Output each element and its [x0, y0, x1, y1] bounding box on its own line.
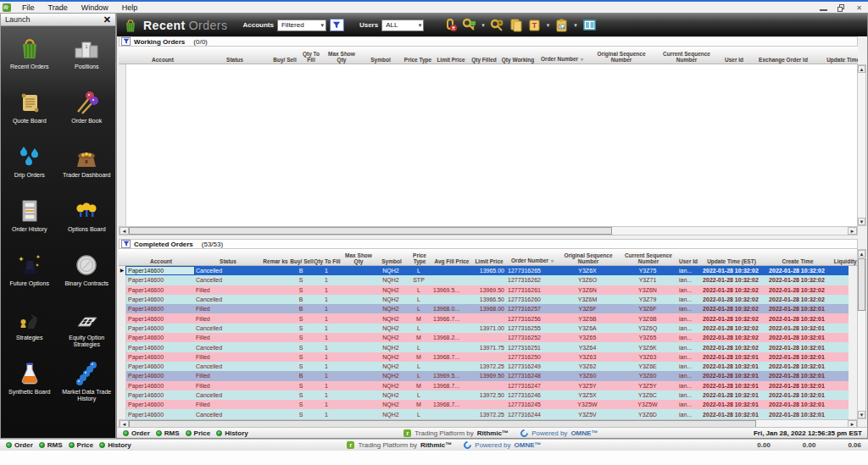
order-row[interactable]: Paper146600FilledS1NQH2M13966.7...127731… [119, 313, 849, 323]
scroll-left-arrow[interactable]: ◄ [120, 227, 129, 235]
column-header-create-time[interactable]: Create Time [765, 249, 831, 265]
column-header-price-type[interactable]: Price Type [402, 47, 434, 64]
green-dot-icon [123, 430, 129, 436]
cancel-order-icon[interactable] [442, 17, 459, 33]
column-header-buy-sell[interactable]: Buy/ Sell [271, 47, 298, 64]
order-row[interactable]: Paper146600FilledS1NQH2M13968.7...127731… [119, 400, 849, 409]
column-header-account[interactable]: Account [127, 249, 195, 265]
column-header-limit-price[interactable]: Limit Price [434, 47, 468, 64]
column-header-original-sequence-number[interactable]: Original Sequence Number [558, 249, 619, 265]
column-header-qty-to-fill[interactable]: Qty To Fill [314, 249, 341, 265]
column-header-price-type[interactable]: Price Type [407, 249, 432, 265]
column-header-current-sequence-number[interactable]: Current Sequence Number [619, 249, 678, 265]
launch-item-order-history[interactable]: Order History [1, 197, 58, 250]
scroll-down-arrow[interactable]: ▼ [858, 411, 865, 418]
completed-orders-filter-icon[interactable] [121, 240, 131, 248]
column-header-exchange-order-id[interactable]: Exchange Order Id [749, 47, 817, 64]
restore-button[interactable] [837, 4, 845, 12]
close-button[interactable]: ✕ [855, 4, 863, 12]
order-key-icon[interactable] [461, 17, 477, 33]
order-row[interactable]: Paper146600FilledB1NQH2L13968.0...13968.… [119, 304, 849, 313]
column-header-update-time-est-[interactable]: Update Time (EST) [698, 249, 765, 265]
cell-oseq: Y3Z64 [557, 344, 618, 352]
launch-item-positions[interactable]: 1Positions [58, 35, 116, 87]
column-header-original-sequence-number[interactable]: Original Sequence Number [588, 47, 654, 64]
column-header-symbol[interactable]: Symbol [359, 47, 402, 64]
menu-file[interactable]: File [15, 3, 42, 12]
order-row[interactable]: Paper146600CancelledS1NQH2L13972.5012773… [119, 390, 849, 400]
order-row[interactable]: Paper146600FilledS1NQH2M13968.7...127731… [119, 352, 849, 362]
text-export-icon[interactable]: T [526, 17, 542, 33]
order-row[interactable]: Paper146600CancelledB1NQH2L13966.5012773… [119, 295, 849, 304]
order-row[interactable]: Paper146600CancelledS1NQH2L13971.7512773… [119, 342, 849, 352]
completed-orders-vscrollbar[interactable]: ▲ ▼ [857, 249, 866, 419]
titlebar-toolbar: ▾ T ▾ ▾ [442, 17, 598, 33]
order-row[interactable]: Paper146600CancelledS1NQH2STP1277316262Y… [119, 275, 849, 285]
launch-item-future-options[interactable]: Future Options [1, 252, 58, 304]
column-header-buy-sell[interactable]: Buy/ Sell [290, 249, 314, 265]
scroll-right-arrow[interactable]: ► [848, 227, 857, 235]
column-header-update-time-est-[interactable]: Update Time (EST) [817, 47, 858, 64]
column-header-order-number[interactable]: Order Number ▿ [536, 47, 588, 64]
column-header-status[interactable]: Status [198, 47, 271, 64]
working-orders-hscrollbar[interactable]: ◄ ► [119, 226, 858, 235]
menu-trade[interactable]: Trade [42, 3, 75, 12]
column-header-qty-working[interactable]: Qty Working [500, 47, 536, 64]
column-header-current-sequence-number[interactable]: Current Sequence Number [654, 47, 719, 64]
column-header-liquidity-in[interactable]: Liquidity In [831, 249, 858, 265]
chevron-down-icon[interactable]: ▾ [574, 22, 577, 29]
column-header-symbol[interactable]: Symbol [376, 249, 407, 265]
accounts-select[interactable]: Filtered▾ [277, 19, 326, 31]
column-header-status[interactable]: Status [195, 249, 261, 265]
scrollbar-thumb[interactable] [129, 227, 612, 235]
menu-window[interactable]: Window [75, 3, 115, 12]
working-orders-vscrollbar[interactable]: ▲ ▼ [857, 64, 866, 226]
chevron-down-icon[interactable]: ▾ [481, 22, 485, 29]
column-header-max-show-qty[interactable]: Max Show Qty [324, 47, 359, 64]
column-header-user-id[interactable]: User Id [678, 249, 698, 265]
accounts-filter-button[interactable] [330, 19, 344, 31]
order-row[interactable]: Paper146600FilledS1NQH2M13968.7...127731… [119, 381, 849, 390]
launch-item-trader-dashboard[interactable]: Trader Dashboard [58, 143, 116, 196]
clipboard-snapshot-icon[interactable] [554, 17, 570, 33]
scrollbar-thumb[interactable] [858, 258, 865, 311]
order-row[interactable]: Paper146600FilledS1NQH2L13969.5...13969.… [119, 285, 849, 295]
launch-item-equity-option-strategies[interactable]: Equity Option Strategies [58, 306, 116, 358]
launch-item-drip-orders[interactable]: Drip Orders [1, 143, 58, 196]
column-header-remar-ks[interactable]: Remar ks [261, 249, 290, 265]
order-row[interactable]: Paper146600FilledS1NQH2M13968.2...127731… [119, 333, 849, 342]
order-row[interactable]: Paper146600CancelledS1NQH2L13972.2512773… [119, 362, 849, 371]
launch-item-order-book[interactable]: Order Book [58, 89, 116, 141]
menu-help[interactable]: Help [115, 3, 145, 12]
launch-item-quote-board[interactable]: Quote Board [1, 89, 58, 141]
chevron-down-icon[interactable]: ▾ [547, 22, 550, 29]
launch-close-icon[interactable]: ✕ [103, 15, 111, 24]
launch-item-options-board[interactable]: Options Board [58, 197, 116, 250]
launch-item-recent-orders[interactable]: Recent Orders [1, 35, 58, 87]
minimize-button[interactable] [820, 5, 827, 11]
order-row[interactable]: Paper146600CancelledS1NQH2L13972.2512773… [119, 409, 849, 418]
launch-item-market-data-trade-history[interactable]: Market Data Trade History [58, 360, 116, 412]
column-header-order-number[interactable]: Order Number ▿ [507, 249, 558, 265]
copy-pages-icon[interactable] [508, 17, 524, 33]
column-header-account[interactable]: Account [127, 47, 198, 64]
column-header-avg-fill-price[interactable]: Avg Fill Price [432, 249, 471, 265]
working-orders-filter-icon[interactable] [121, 37, 131, 46]
column-header-qty-to-fill[interactable]: Qty To Fill [298, 47, 324, 64]
launch-item-binary-contracts[interactable]: Binary Contracts [58, 252, 116, 304]
launch-item-synthetic-board[interactable]: Synthetic Board [1, 360, 58, 412]
column-header-user-id[interactable]: User Id [719, 47, 749, 64]
column-header-limit-price[interactable]: Limit Price [471, 249, 507, 265]
order-row[interactable]: Paper146600CancelledS1NQH2L13971.0012773… [119, 324, 849, 333]
settings-key-icon[interactable] [489, 17, 505, 33]
column-header-max-show-qty[interactable]: Max Show Qty [341, 249, 376, 265]
launch-item-strategies[interactable]: Strategies [1, 306, 58, 358]
users-select[interactable]: ALL▾ [381, 19, 424, 31]
scroll-up-arrow[interactable]: ▲ [858, 250, 865, 257]
order-row[interactable]: ▶Paper146600CancelledB1NQH2L13965.001277… [119, 266, 849, 275]
columns-view-icon[interactable] [581, 17, 598, 33]
order-row[interactable]: Paper146600FilledB1NQH2L13969.5...13969.… [119, 371, 849, 380]
scroll-up-arrow[interactable]: ▲ [858, 65, 865, 73]
column-header-qty-filled[interactable]: Qty Filled [468, 47, 500, 64]
scroll-down-arrow[interactable]: ▼ [858, 218, 865, 225]
